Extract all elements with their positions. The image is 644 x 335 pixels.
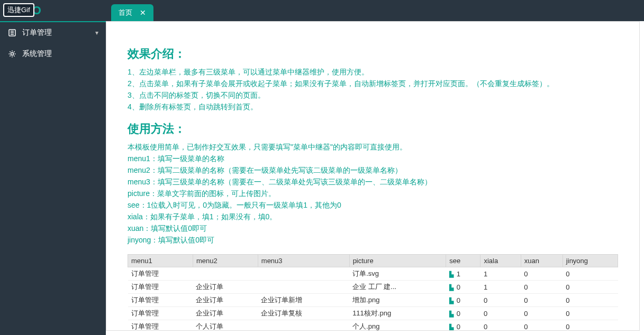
image-icon: ▙ xyxy=(449,297,453,304)
menu-config-table: menu1 menu2 menu3 picture see xiala xuan… xyxy=(128,254,618,331)
effect-line: 4、删除所有标签页，自动跳转到首页。 xyxy=(128,101,618,113)
tab-home[interactable]: 首页 ✕ xyxy=(111,4,153,21)
effect-lines: 1、左边菜单栏，最多有三级菜单，可以通过菜单中继器维护，使用方便。 2、点击菜单… xyxy=(128,66,618,113)
usage-line: xuan：填写默认值0即可 xyxy=(128,222,618,234)
cell-jinyong: 0 xyxy=(563,320,618,331)
table-row: 订单管理个人订单个人.png▙0000 xyxy=(128,320,618,331)
watermark-badge: 迅捷Gif xyxy=(3,3,34,17)
table-row: 订单管理企业订单企业订单新增增加.png▙0000 xyxy=(128,294,618,307)
cell-xiala: 1 xyxy=(480,267,521,281)
cell-menu1: 订单管理 xyxy=(128,281,193,294)
usage-lines: 本模板使用简单，已制作好交互效果，只需要填写"菜单中继器"的内容即可直接使用。 … xyxy=(128,141,618,246)
cell-see: ▙0 xyxy=(446,320,480,331)
topbar: LOGO 首页 ✕ xyxy=(0,0,644,21)
cell-menu3 xyxy=(258,320,349,331)
sidebar-item-label: 订单管理 xyxy=(22,28,52,38)
cell-xuan: 0 xyxy=(521,267,563,281)
image-icon: ▙ xyxy=(449,324,453,331)
usage-line: 本模板使用简单，已制作好交互效果，只需要填写"菜单中继器"的内容即可直接使用。 xyxy=(128,141,618,153)
cell-xuan: 0 xyxy=(521,294,563,307)
chevron-down-icon: ▾ xyxy=(95,29,98,36)
tab-label: 首页 xyxy=(119,8,132,17)
th-xuan: xuan xyxy=(521,255,563,267)
cell-see: ▙1 xyxy=(446,267,480,281)
cell-menu2: 企业订单 xyxy=(193,294,258,307)
cell-xiala: 0 xyxy=(480,320,521,331)
usage-line: menu1：填写一级菜单的名称 xyxy=(128,153,618,164)
cell-picture: 企业 工厂 建... xyxy=(349,281,446,294)
usage-line: menu2：填写二级菜单的名称（需要在一级菜单处先写该二级菜单的一级菜单名称） xyxy=(128,164,618,176)
usage-line: jinyong：填写默认值0即可 xyxy=(128,234,618,246)
image-icon: ▙ xyxy=(449,271,453,278)
cell-menu1: 订单管理 xyxy=(128,320,193,331)
cell-menu2 xyxy=(193,267,258,281)
cell-see: ▙0 xyxy=(446,307,480,320)
cell-xuan: 0 xyxy=(521,320,563,331)
table-row: 订单管理企业订单企业 工厂 建...▙0100 xyxy=(128,281,618,294)
cell-menu1: 订单管理 xyxy=(128,267,193,281)
sidebar-item-label: 系统管理 xyxy=(22,49,52,59)
sidebar-item-orders[interactable]: 订单管理 ▾ xyxy=(0,22,106,43)
table-row: 订单管理企业订单企业订单复核111核对.png▙0000 xyxy=(128,307,618,320)
cell-picture: 111核对.png xyxy=(349,307,446,320)
content-area: 效果介绍： 1、左边菜单栏，最多有三级菜单，可以通过菜单中继器维护，使用方便。 … xyxy=(106,21,640,331)
usage-line: xiala：如果有子菜单，填1；如果没有，填0。 xyxy=(128,211,618,222)
tabs-bar: 首页 ✕ xyxy=(106,0,644,21)
cell-xuan: 0 xyxy=(521,307,563,320)
cell-xiala: 0 xyxy=(480,307,521,320)
cell-menu3: 企业订单新增 xyxy=(258,294,349,307)
cell-jinyong: 0 xyxy=(563,281,618,294)
sidebar: 订单管理 ▾ 系统管理 xyxy=(0,22,106,335)
effect-line: 1、左边菜单栏，最多有三级菜单，可以通过菜单中继器维护，使用方便。 xyxy=(128,66,618,78)
th-picture: picture xyxy=(349,255,446,267)
cell-menu3 xyxy=(258,281,349,294)
cell-picture: 订单.svg xyxy=(349,267,446,281)
th-menu3: menu3 xyxy=(258,255,349,267)
cell-menu3 xyxy=(258,267,349,281)
cell-xiala: 0 xyxy=(480,294,521,307)
cell-picture: 个人.png xyxy=(349,320,446,331)
table-row: 订单管理订单.svg▙1100 xyxy=(128,267,618,281)
effect-title: 效果介绍： xyxy=(128,46,618,62)
image-icon: ▙ xyxy=(449,311,453,318)
cell-menu3: 企业订单复核 xyxy=(258,307,349,320)
cell-picture: 增加.png xyxy=(349,294,446,307)
th-jinyong: jinyong xyxy=(563,255,618,267)
cell-jinyong: 0 xyxy=(563,267,618,281)
svg-point-4 xyxy=(11,53,14,55)
cell-xiala: 1 xyxy=(480,281,521,294)
cell-see: ▙0 xyxy=(446,281,480,294)
tab-close-icon[interactable]: ✕ xyxy=(140,8,146,17)
image-icon: ▙ xyxy=(449,284,453,291)
cell-jinyong: 0 xyxy=(563,307,618,320)
cell-see: ▙0 xyxy=(446,294,480,307)
th-see: see xyxy=(446,255,480,267)
usage-line: see：1位载入时可见，0为隐藏。一般只有一级菜单填1，其他为0 xyxy=(128,199,618,211)
cell-xuan: 0 xyxy=(521,281,563,294)
cell-menu2: 个人订单 xyxy=(193,320,258,331)
th-xiala: xiala xyxy=(480,255,521,267)
cell-menu2: 企业订单 xyxy=(193,307,258,320)
effect-line: 2、点击菜单，如果有子菜单会展开或收起子菜单；如果没有子菜单，自动新增标签页，并… xyxy=(128,78,618,89)
gear-icon xyxy=(7,49,17,59)
table-header-row: menu1 menu2 menu3 picture see xiala xuan… xyxy=(128,255,618,267)
cell-jinyong: 0 xyxy=(563,294,618,307)
th-menu2: menu2 xyxy=(193,255,258,267)
list-icon xyxy=(7,28,17,38)
cell-menu1: 订单管理 xyxy=(128,307,193,320)
usage-title: 使用方法： xyxy=(128,121,618,137)
usage-line: picture：菜单文字前面的图标，可上传图片。 xyxy=(128,188,618,199)
cell-menu1: 订单管理 xyxy=(128,294,193,307)
usage-line: menu3：填写三级菜单的名称（需要在一、二级菜单处先写该三级菜单的一、二级菜单… xyxy=(128,176,618,188)
cell-menu2: 企业订单 xyxy=(193,281,258,294)
th-menu1: menu1 xyxy=(128,255,193,267)
sidebar-item-system[interactable]: 系统管理 xyxy=(0,43,106,64)
effect-line: 3、点击不同的标签页，切换不同的页面。 xyxy=(128,89,618,101)
